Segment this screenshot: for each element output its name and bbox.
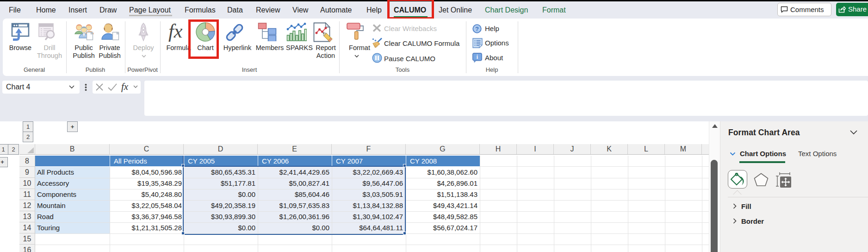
svg-text:?: ? <box>475 25 479 32</box>
